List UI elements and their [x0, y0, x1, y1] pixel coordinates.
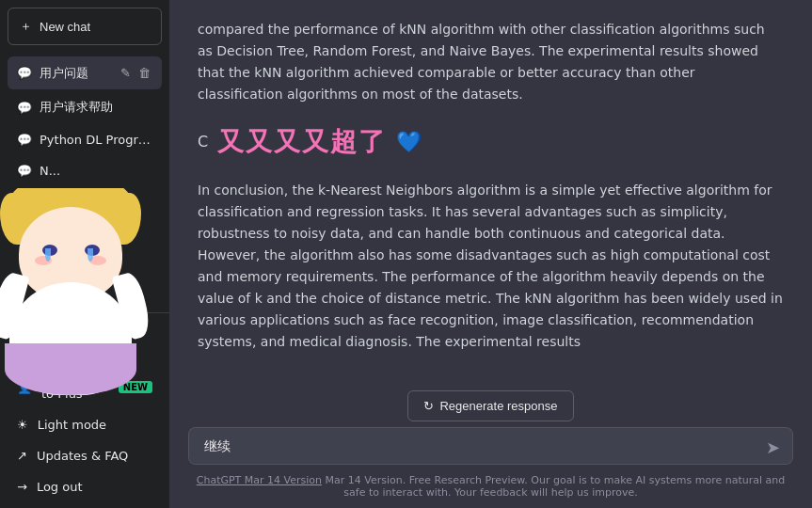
conclusion-prefix: C: [198, 130, 208, 154]
chat-messages: compared the performance of kNN algorith…: [169, 0, 812, 383]
conversation-item[interactable]: 💬 用户问题 ✎ 🗑: [8, 56, 162, 89]
chat-footer: ↻ Regenerate response 继续 ➤ ChatGPT Mar 1…: [169, 383, 812, 508]
chat-icon: 💬: [17, 66, 32, 80]
sidebar-item-clear[interactable]: 🗑 Clear conversations: [8, 319, 162, 364]
logout-icon: →: [17, 480, 27, 494]
conversation-item[interactable]: 💬 Python DL Programmer: [8, 125, 162, 154]
message-block-3: In conclusion, the k-Nearest Neighbors a…: [198, 180, 784, 354]
chat-input[interactable]: 继续: [188, 427, 793, 465]
conversation-item[interactable]: 💬 用...: [8, 221, 162, 253]
conv-item-label: 💬 用...: [17, 229, 152, 246]
user-icon: 👤: [17, 380, 32, 394]
conversation-list: 💬 用户问题 ✎ 🗑 💬 用户请求帮助 💬 Python DL Programm…: [0, 53, 169, 312]
message-block-1: compared the performance of kNN algorith…: [198, 19, 784, 105]
footer-text: Mar 14 Version. Free Research Preview. O…: [326, 474, 786, 499]
message-block-2: C又又又又超了 💙: [198, 120, 784, 164]
delete-conv-button[interactable]: 🗑: [136, 64, 152, 82]
sidebar-item-logout[interactable]: → Log out: [8, 471, 162, 502]
sidebar-top: ＋ New chat: [0, 0, 169, 53]
conv-item-text: 用户请求帮助: [40, 99, 113, 116]
new-badge: NEW: [119, 381, 152, 393]
sidebar-item-upgrade[interactable]: 👤 Upgrade to Plus NEW: [8, 364, 162, 409]
send-icon: ➤: [766, 438, 780, 457]
conv-item-label: 💬 N...: [17, 164, 152, 178]
conversation-item[interactable]: 💬 N...: [8, 156, 162, 185]
sidebar-item-light-mode[interactable]: ☀ Light mode: [8, 409, 162, 440]
sun-icon: ☀: [17, 418, 28, 432]
message-text-1: compared the performance of kNN algorith…: [198, 19, 784, 105]
logout-label: Log out: [37, 480, 83, 494]
conv-item-actions: ✎ 🗑: [119, 64, 152, 82]
message-text-3: In conclusion, the k-Nearest Neighbors a…: [198, 180, 784, 354]
upgrade-label: Upgrade to Plus: [41, 373, 105, 401]
conv-item-text: 用户问题: [40, 65, 88, 82]
conv-item-text: 派...: [40, 195, 63, 212]
input-area: 继续 ➤: [188, 427, 793, 468]
chat-icon: 💬: [17, 164, 32, 178]
trash-icon: 🗑: [17, 335, 29, 349]
conclusion-decoration: 又又又又超了: [217, 120, 387, 164]
heart-icon: 💙: [396, 125, 422, 159]
conv-item-text: Python DL Programmer: [40, 133, 152, 147]
send-button[interactable]: ➤: [762, 434, 784, 462]
edit-conv-button[interactable]: ✎: [119, 64, 133, 82]
sidebar: ＋ New chat 💬 用户问题 ✎ 🗑 💬 用户请求帮助 💬: [0, 0, 169, 508]
conv-item-label: 💬 Python DL Programmer: [17, 133, 152, 147]
chat-icon: 💬: [17, 230, 32, 245]
external-link-icon: ↗: [17, 449, 27, 463]
conclusion-heading: C又又又又超了 💙: [198, 120, 784, 164]
footer-notice: ChatGPT Mar 14 Version Mar 14 Version. F…: [188, 474, 793, 504]
clear-conversations-label: Clear conversations: [39, 327, 152, 356]
regenerate-button[interactable]: ↻ Regenerate response: [407, 390, 573, 421]
chat-icon: 💬: [17, 197, 32, 211]
conversation-item[interactable]: 💬 派...: [8, 187, 162, 219]
chat-icon: 💬: [17, 101, 32, 115]
new-chat-button[interactable]: ＋ New chat: [8, 8, 162, 45]
main-content: compared the performance of kNN algorith…: [169, 0, 812, 508]
refresh-icon: ↻: [423, 399, 434, 413]
updates-label: Updates & FAQ: [37, 449, 128, 463]
light-mode-label: Light mode: [38, 418, 106, 432]
conv-item-text: 用...: [40, 229, 63, 246]
conv-item-text: N...: [40, 164, 60, 178]
chat-icon: 💬: [17, 133, 32, 147]
sidebar-bottom: 🗑 Clear conversations 👤 Upgrade to Plus …: [0, 312, 169, 508]
new-chat-label: New chat: [40, 20, 90, 34]
sidebar-item-updates[interactable]: ↗ Updates & FAQ: [8, 440, 162, 471]
conversation-item[interactable]: 💬 用户请求帮助: [8, 91, 162, 123]
conv-item-label: 💬 派...: [17, 195, 152, 212]
plus-icon: ＋: [20, 18, 32, 35]
regenerate-label: Regenerate response: [439, 399, 557, 413]
conv-item-label: 💬 用户问题: [17, 65, 119, 82]
conv-item-label: 💬 用户请求帮助: [17, 99, 152, 116]
footer-link[interactable]: ChatGPT Mar 14 Version: [197, 474, 322, 486]
